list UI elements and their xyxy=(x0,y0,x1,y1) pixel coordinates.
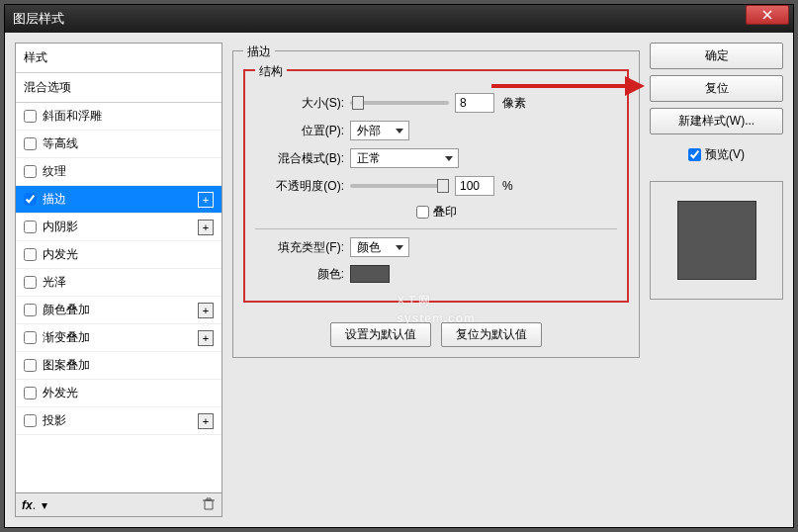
style-item[interactable]: 渐变叠加+ xyxy=(16,324,222,352)
blend-row: 混合模式(B): 正常 xyxy=(255,148,617,168)
style-item[interactable]: 纹理 xyxy=(16,158,222,186)
add-effect-button[interactable]: + xyxy=(198,220,214,235)
style-label: 斜面和浮雕 xyxy=(43,108,214,125)
preview-swatch xyxy=(677,201,756,280)
add-effect-button[interactable]: + xyxy=(198,413,214,429)
overprint-row: 叠印 xyxy=(255,204,617,221)
style-checkbox[interactable] xyxy=(24,387,37,399)
window-title: 图层样式 xyxy=(13,10,785,28)
new-style-button[interactable]: 新建样式(W)... xyxy=(650,108,783,134)
reset-button[interactable]: 复位 xyxy=(650,75,783,102)
style-label: 光泽 xyxy=(43,274,214,291)
style-checkbox[interactable] xyxy=(24,359,37,372)
style-label: 内发光 xyxy=(43,246,214,263)
preview-label: 预览(V) xyxy=(705,146,745,163)
style-checkbox[interactable] xyxy=(24,276,37,289)
style-item[interactable]: 等高线 xyxy=(16,131,222,158)
style-checkbox[interactable] xyxy=(24,304,37,316)
style-item[interactable]: 颜色叠加+ xyxy=(16,297,222,324)
style-checkbox[interactable] xyxy=(24,193,37,206)
style-label: 等高线 xyxy=(43,135,214,152)
ok-button[interactable]: 确定 xyxy=(650,43,783,69)
close-button[interactable] xyxy=(746,5,789,25)
titlebar: 图层样式 xyxy=(5,5,793,33)
dialog-window: 图层样式 样式 混合选项 斜面和浮雕等高线纹理描边+内阴影+内发光光泽颜色叠加+… xyxy=(4,4,794,528)
style-item[interactable]: 斜面和浮雕 xyxy=(16,103,222,131)
blend-label: 混合模式(B): xyxy=(255,150,344,167)
stroke-legend: 描边 xyxy=(243,44,275,60)
style-label: 外发光 xyxy=(43,385,214,401)
opacity-slider[interactable] xyxy=(350,184,449,188)
filltype-label: 填充类型(F): xyxy=(255,239,344,256)
style-label: 渐变叠加 xyxy=(43,329,198,346)
opacity-unit: % xyxy=(502,179,513,193)
preview-check-row: 预览(V) xyxy=(650,146,783,163)
size-unit: 像素 xyxy=(502,95,526,112)
style-label: 颜色叠加 xyxy=(43,302,198,318)
opacity-label: 不透明度(O): xyxy=(255,178,344,195)
make-default-button[interactable]: 设置为默认值 xyxy=(330,322,431,347)
overprint-checkbox[interactable] xyxy=(416,206,429,219)
style-checkbox[interactable] xyxy=(24,110,37,123)
stroke-group: 描边 结构 大小(S): 像素 位置(P): 外部 混合模式(B): xyxy=(232,50,640,358)
preview-box xyxy=(650,181,783,300)
style-label: 纹理 xyxy=(43,163,214,180)
style-checkbox[interactable] xyxy=(24,331,37,344)
overprint-label: 叠印 xyxy=(433,204,457,221)
style-item[interactable]: 投影+ xyxy=(16,407,222,435)
style-list: 样式 混合选项 斜面和浮雕等高线纹理描边+内阴影+内发光光泽颜色叠加+渐变叠加+… xyxy=(16,44,222,492)
position-label: 位置(P): xyxy=(255,123,344,139)
style-checkbox[interactable] xyxy=(24,414,37,427)
style-label: 内阴影 xyxy=(43,219,198,235)
color-swatch[interactable] xyxy=(350,265,390,283)
style-checkbox[interactable] xyxy=(24,248,37,261)
structure-group: 结构 大小(S): 像素 位置(P): 外部 混合模式(B): 正常 xyxy=(243,69,629,303)
add-effect-button[interactable]: + xyxy=(198,330,214,346)
color-row: 颜色: xyxy=(255,265,617,283)
style-checkbox[interactable] xyxy=(24,137,37,150)
style-label: 描边 xyxy=(43,191,198,208)
slider-thumb[interactable] xyxy=(437,179,449,193)
chevron-down-icon[interactable]: ▾ xyxy=(42,498,47,512)
size-slider[interactable] xyxy=(350,101,449,105)
style-item[interactable]: 外发光 xyxy=(16,380,222,407)
slider-thumb[interactable] xyxy=(352,96,364,110)
position-row: 位置(P): 外部 xyxy=(255,121,617,140)
blend-select[interactable]: 正常 xyxy=(350,148,459,168)
style-checkbox[interactable] xyxy=(24,221,37,233)
fx-label[interactable]: fx xyxy=(22,498,33,512)
style-label: 图案叠加 xyxy=(43,357,214,374)
reset-default-button[interactable]: 复位为默认值 xyxy=(441,322,542,347)
default-buttons: 设置为默认值 复位为默认值 xyxy=(243,322,629,347)
size-label: 大小(S): xyxy=(255,95,344,112)
style-item[interactable]: 图案叠加 xyxy=(16,352,222,380)
style-checkbox[interactable] xyxy=(24,165,37,178)
right-buttons: 确定 复位 新建样式(W)... 预览(V) xyxy=(650,43,783,517)
blend-options-header[interactable]: 混合选项 xyxy=(16,73,222,103)
style-item[interactable]: 描边+ xyxy=(16,186,222,214)
opacity-row: 不透明度(O): % xyxy=(255,176,617,196)
close-icon xyxy=(762,10,772,20)
filltype-row: 填充类型(F): 颜色 xyxy=(255,237,617,257)
add-effect-button[interactable]: + xyxy=(198,192,214,208)
content-area: 样式 混合选项 斜面和浮雕等高线纹理描边+内阴影+内发光光泽颜色叠加+渐变叠加+… xyxy=(5,33,793,527)
style-item[interactable]: 内发光 xyxy=(16,241,222,269)
settings-panel: 描边 结构 大小(S): 像素 位置(P): 外部 混合模式(B): xyxy=(232,43,640,517)
opacity-input[interactable] xyxy=(455,176,494,196)
divider xyxy=(255,228,617,229)
fx-toolbar: fx. ▾ xyxy=(16,492,222,516)
size-row: 大小(S): 像素 xyxy=(255,93,617,113)
style-label: 投影 xyxy=(43,412,198,429)
add-effect-button[interactable]: + xyxy=(198,303,214,318)
position-select[interactable]: 外部 xyxy=(350,121,409,140)
trash-icon[interactable] xyxy=(202,496,216,513)
color-label: 颜色: xyxy=(255,266,344,283)
filltype-select[interactable]: 颜色 xyxy=(350,237,409,257)
preview-checkbox[interactable] xyxy=(688,148,701,161)
size-input[interactable] xyxy=(455,93,494,113)
styles-header[interactable]: 样式 xyxy=(16,44,222,73)
structure-legend: 结构 xyxy=(255,63,287,80)
style-item[interactable]: 内阴影+ xyxy=(16,214,222,241)
styles-list-panel: 样式 混合选项 斜面和浮雕等高线纹理描边+内阴影+内发光光泽颜色叠加+渐变叠加+… xyxy=(15,43,222,517)
style-item[interactable]: 光泽 xyxy=(16,269,222,297)
